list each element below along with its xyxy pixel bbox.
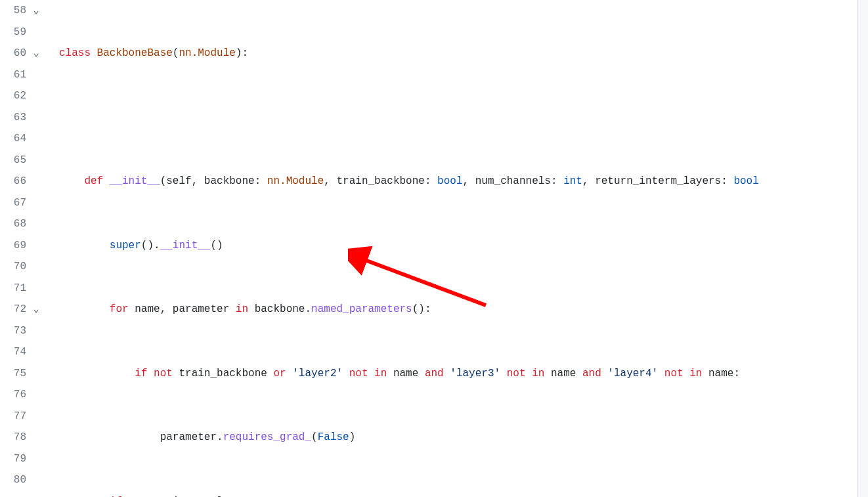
code-line: parameter.requires_grad_(False) [46, 427, 868, 448]
line-number[interactable]: 62 [11, 85, 26, 107]
line-number[interactable]: 63 [11, 107, 26, 129]
code-line: class BackboneBase(nn.Module): [46, 43, 868, 64]
line-number[interactable]: 60 [11, 43, 26, 64]
line-number[interactable]: 70 [11, 256, 26, 278]
line-number[interactable]: 61 [11, 64, 26, 86]
code-line: if not train_backbone or 'layer2' not in… [46, 363, 868, 385]
line-number[interactable]: 75 [11, 363, 26, 385]
gutter: 58⌄ 59 60⌄ 61 62 63 64 65 66 67 68 69 70… [0, 0, 46, 497]
line-number[interactable]: 64 [11, 128, 26, 150]
line-number[interactable]: 68 [11, 213, 26, 235]
line-number[interactable]: 59 [11, 22, 26, 43]
line-number[interactable]: 74 [11, 341, 26, 363]
vertical-scrollbar[interactable] [857, 0, 868, 497]
code-line [46, 107, 868, 129]
line-number[interactable]: 78 [11, 427, 26, 448]
line-number[interactable]: 73 [11, 320, 26, 342]
code-line: super().__init__() [46, 235, 868, 257]
line-number[interactable]: 72 [11, 299, 26, 320]
line-number[interactable]: 69 [11, 235, 26, 257]
line-number[interactable]: 76 [11, 384, 26, 406]
code-editor: 58⌄ 59 60⌄ 61 62 63 64 65 66 67 68 69 70… [0, 0, 868, 497]
fold-icon[interactable]: ⌄ [32, 43, 41, 64]
line-number[interactable]: 65 [11, 150, 26, 171]
line-number[interactable]: 71 [11, 278, 26, 299]
code-line: if return_interm_layers: [46, 491, 868, 498]
code-line: for name, parameter in backbone.named_pa… [46, 299, 868, 320]
code-line: def __init__(self, backbone: nn.Module, … [46, 171, 868, 192]
code-content[interactable]: class BackboneBase(nn.Module): def __ini… [46, 0, 868, 497]
fold-icon[interactable]: ⌄ [32, 299, 41, 320]
fold-icon[interactable]: ⌄ [32, 0, 41, 22]
line-number[interactable]: 80 [11, 469, 26, 491]
line-number[interactable]: 58 [11, 0, 26, 22]
line-number[interactable]: 79 [11, 448, 26, 470]
line-number[interactable]: 66 [11, 171, 26, 192]
line-number[interactable]: 77 [11, 406, 26, 427]
line-number[interactable]: 67 [11, 192, 26, 214]
